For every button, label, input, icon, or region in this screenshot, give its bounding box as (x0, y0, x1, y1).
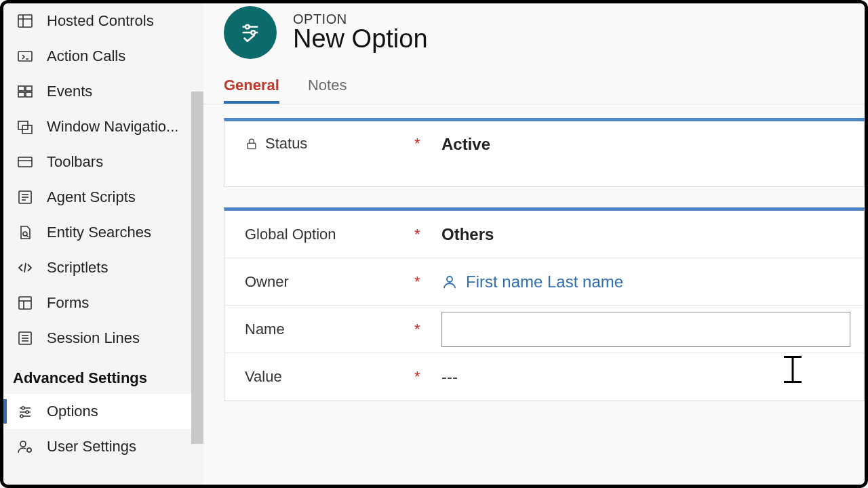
page-title: New Option (293, 24, 428, 54)
sidebar-item-label: Events (47, 83, 92, 100)
row-name: Name * (224, 306, 864, 353)
page-header: OPTION New Option (203, 3, 865, 71)
svg-point-36 (245, 25, 250, 29)
owner-link-text: First name Last name (466, 272, 623, 291)
sidebar-scrollbar-thumb[interactable] (191, 92, 203, 444)
session-lines-icon (17, 330, 33, 346)
svg-point-40 (447, 277, 452, 282)
field-value-status[interactable]: Active (441, 135, 850, 154)
tab-notes[interactable]: Notes (308, 71, 347, 104)
sidebar-item-label: User Settings (47, 438, 136, 455)
row-status: Status * Active (224, 121, 864, 186)
sidebar-item-label: Hosted Controls (47, 12, 154, 30)
field-label-name: Name (245, 321, 414, 338)
svg-rect-8 (26, 92, 32, 97)
sidebar-item-label: Action Calls (47, 47, 125, 65)
action-calls-icon (17, 48, 33, 64)
field-value-name-wrapper (441, 312, 850, 347)
svg-point-28 (22, 407, 24, 409)
svg-rect-0 (18, 15, 32, 27)
events-icon (17, 83, 33, 100)
sidebar-item-entity-searches[interactable]: Entity Searches (3, 215, 203, 250)
sidebar-item-label: Toolbars (47, 153, 103, 171)
sidebar-item-label: Scriptlets (47, 259, 108, 277)
sidebar-item-session-lines[interactable]: Session Lines (3, 321, 203, 356)
forms-icon (17, 295, 33, 311)
svg-rect-39 (248, 143, 256, 148)
sidebar-item-label: Options (47, 403, 98, 420)
details-panel: Global Option * Others Owner * First nam… (224, 207, 865, 401)
row-value: Value * --- (224, 353, 864, 401)
tab-strip: General Notes (203, 71, 865, 104)
sidebar-section-title: Advanced Settings (3, 356, 203, 394)
svg-line-18 (26, 235, 28, 237)
sidebar-item-label: Agent Scripts (47, 188, 136, 206)
lock-icon (245, 137, 258, 150)
svg-rect-20 (19, 297, 31, 309)
sidebar-item-agent-scripts[interactable]: Agent Scripts (3, 180, 203, 215)
required-mark: * (414, 321, 441, 338)
svg-rect-5 (18, 86, 24, 91)
sidebar-item-window-navigation[interactable]: Window Navigatio... (3, 109, 203, 144)
field-value-value[interactable]: --- (441, 367, 850, 386)
sidebar: Hosted Controls Action Calls Events Wind… (3, 3, 203, 485)
sidebar-item-label: Entity Searches (47, 224, 151, 241)
sidebar-item-scriptlets[interactable]: Scriptlets (3, 250, 203, 285)
field-value-global-option[interactable]: Others (441, 225, 850, 244)
name-input[interactable] (441, 312, 850, 347)
field-label-text: Status (265, 135, 307, 152)
scriptlets-icon (17, 260, 33, 276)
row-global-option: Global Option * Others (224, 211, 864, 258)
required-mark: * (414, 226, 441, 243)
svg-point-30 (26, 411, 28, 413)
sidebar-item-action-calls[interactable]: Action Calls (3, 39, 203, 74)
main-content: OPTION New Option General Notes Status * (203, 3, 865, 485)
sidebar-item-toolbars[interactable]: Toolbars (3, 144, 203, 180)
svg-point-17 (23, 232, 27, 236)
user-settings-icon (17, 439, 33, 455)
svg-line-19 (24, 263, 26, 272)
required-mark: * (414, 135, 441, 152)
window-navigation-icon (17, 119, 33, 135)
tab-general[interactable]: General (224, 71, 279, 104)
field-value-owner[interactable]: First name Last name (441, 272, 850, 291)
sidebar-item-events[interactable]: Events (3, 74, 203, 109)
status-panel: Status * Active (224, 118, 865, 187)
required-mark: * (414, 273, 441, 291)
sidebar-item-label: Forms (47, 294, 89, 312)
entity-avatar (224, 6, 277, 59)
form-panels: Status * Active Global Option * Others O… (203, 104, 865, 485)
agent-scripts-icon (17, 189, 33, 205)
options-icon (17, 403, 33, 420)
field-label-global-option: Global Option (245, 226, 414, 243)
sidebar-scrollbar[interactable] (191, 3, 203, 485)
toolbars-icon (17, 154, 33, 170)
app-root: Hosted Controls Action Calls Events Wind… (3, 3, 865, 485)
row-owner: Owner * First name Last name (224, 258, 864, 306)
svg-rect-11 (18, 157, 32, 167)
svg-point-33 (20, 441, 26, 447)
sidebar-item-hosted-controls[interactable]: Hosted Controls (3, 3, 203, 39)
sidebar-item-forms[interactable]: Forms (3, 285, 203, 321)
person-icon (441, 274, 458, 290)
sidebar-item-user-settings[interactable]: User Settings (3, 429, 203, 464)
sidebar-item-label: Window Navigatio... (47, 118, 178, 136)
field-label-owner: Owner (245, 273, 414, 291)
sidebar-item-options[interactable]: Options (3, 394, 203, 429)
hosted-controls-icon (17, 13, 33, 29)
svg-point-38 (251, 30, 255, 35)
entity-searches-icon (17, 224, 33, 241)
options-header-icon (239, 21, 262, 44)
required-mark: * (414, 368, 441, 386)
svg-point-34 (27, 448, 31, 452)
svg-rect-6 (26, 86, 32, 91)
sidebar-item-label: Session Lines (47, 329, 140, 347)
svg-rect-7 (18, 92, 24, 97)
svg-rect-3 (18, 52, 32, 61)
svg-point-32 (20, 415, 23, 418)
field-label-status: Status (245, 135, 414, 152)
field-label-value: Value (245, 368, 414, 386)
